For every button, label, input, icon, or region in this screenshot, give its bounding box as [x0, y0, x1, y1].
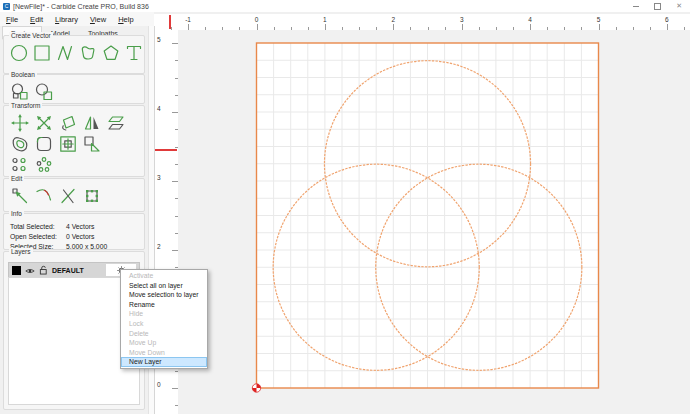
close-path-tool-icon — [82, 186, 102, 206]
grid-array-tool[interactable] — [9, 155, 30, 175]
menu-item-select-all-on-layer[interactable]: Select all on layer — [121, 281, 207, 291]
trim-tool-icon — [34, 186, 54, 206]
layer-color-swatch[interactable] — [12, 266, 21, 275]
create-vector-group: Create Vector — [3, 35, 145, 74]
ruler-label: -1 — [178, 16, 198, 23]
text-tool-icon — [124, 43, 144, 63]
layer-name: DEFAULT — [52, 267, 84, 274]
text-tool[interactable] — [124, 43, 144, 63]
grid-array-tool-icon — [10, 155, 30, 175]
fillet-tool[interactable] — [33, 134, 54, 154]
info-label: Info — [9, 210, 24, 218]
info-row-value: 4 Vectors — [66, 222, 94, 232]
info-row: Open Selected:0 Vectors — [10, 232, 138, 242]
app-icon: C — [3, 3, 10, 10]
layers-label: Layers — [9, 248, 33, 256]
polyline-tool[interactable] — [55, 43, 75, 63]
circle-tool[interactable] — [9, 43, 29, 63]
info-row-label: Open Selected: — [10, 232, 66, 242]
close-button[interactable]: ✕ — [676, 0, 682, 12]
ruler-label: 2 — [383, 16, 403, 23]
polygon-tool[interactable] — [101, 43, 121, 63]
rotate-tool-icon — [58, 113, 78, 133]
ruler-label: 1 — [315, 16, 335, 23]
close-path-tool[interactable] — [81, 186, 102, 206]
grid-lines — [257, 43, 599, 388]
boolean-subtract-tool[interactable] — [33, 82, 54, 102]
menu-item-lock[interactable]: Lock — [121, 319, 207, 329]
node-edit-tool[interactable] — [9, 186, 30, 206]
info-row-label: Total Selected: — [10, 222, 66, 232]
curve-tool-icon — [78, 43, 98, 63]
menu-item-new-layer[interactable]: New Layer — [121, 357, 207, 367]
move-tool[interactable] — [9, 113, 30, 133]
polygon-tool-icon — [101, 43, 121, 63]
align-tool-icon — [58, 134, 78, 154]
offset-tool[interactable] — [9, 134, 30, 154]
shear-tool[interactable] — [105, 113, 126, 133]
title-bar: C [NewFile]* - Carbide Create PRO, Build… — [0, 0, 690, 12]
info-row-value: 0 Vectors — [66, 232, 94, 242]
info-row: Total Selected:4 Vectors — [10, 222, 138, 232]
ruler-label: 6 — [657, 16, 677, 23]
boolean-union-tool-icon — [10, 82, 30, 102]
menu-edit[interactable]: Edit — [24, 15, 49, 24]
ruler-label: 0 — [157, 381, 161, 388]
trim-tool[interactable] — [33, 186, 54, 206]
transform-label: Transform — [9, 102, 42, 110]
window-title: [NewFile]* - Carbide Create PRO, Build 8… — [13, 3, 149, 10]
boolean-label: Boolean — [9, 71, 37, 79]
ruler-label: 4 — [520, 16, 540, 23]
ruler-label: 2 — [157, 243, 161, 250]
info-group: Info Total Selected:4 VectorsOpen Select… — [3, 213, 145, 250]
menu-help[interactable]: Help — [112, 15, 139, 24]
scale-tool[interactable] — [33, 113, 54, 133]
fillet-tool-icon — [34, 134, 54, 154]
curve-tool[interactable] — [78, 43, 98, 63]
edit-group: Edit — [3, 178, 145, 212]
ruler-label: 0 — [247, 16, 267, 23]
ruler-label: 3 — [452, 16, 472, 23]
ruler-label: 5 — [157, 36, 161, 43]
menu-bar: FileEditLibraryViewHelp — [0, 12, 154, 26]
rotate-tool[interactable] — [57, 113, 78, 133]
offset-tool-icon — [10, 134, 30, 154]
maximize-button[interactable] — [654, 3, 661, 10]
rectangle-tool-icon — [32, 43, 52, 63]
origin-marker — [252, 384, 260, 392]
split-tool-icon — [58, 186, 78, 206]
split-tool[interactable] — [57, 186, 78, 206]
boolean-subtract-tool-icon — [34, 82, 54, 102]
edit-label: Edit — [9, 175, 24, 183]
canvas-svg — [178, 30, 690, 414]
ruler-horizontal: -10123456 — [154, 14, 690, 31]
menu-item-delete[interactable]: Delete — [121, 329, 207, 339]
scale-prop-tool[interactable] — [81, 134, 102, 154]
menu-view[interactable]: View — [84, 15, 112, 24]
move-tool-icon — [10, 113, 30, 133]
ruler-label: 4 — [157, 105, 161, 112]
scale-tool-icon — [34, 113, 54, 133]
menu-item-rename[interactable]: Rename — [121, 300, 207, 310]
node-edit-tool-icon — [10, 186, 30, 206]
circular-array-tool[interactable] — [33, 155, 54, 175]
rectangle-tool[interactable] — [32, 43, 52, 63]
align-tool[interactable] — [57, 134, 78, 154]
circle-tool-icon — [9, 43, 29, 63]
menu-item-move-selection-to-layer[interactable]: Move selection to layer — [121, 290, 207, 300]
layer-context-menu: ActivateSelect all on layerMove selectio… — [120, 269, 208, 369]
ruler-cursor-indicator-y — [155, 149, 177, 151]
menu-item-move-up[interactable]: Move Up — [121, 338, 207, 348]
menu-item-hide[interactable]: Hide — [121, 309, 207, 319]
menu-item-activate[interactable]: Activate — [121, 271, 207, 281]
design-canvas[interactable] — [178, 30, 690, 414]
menu-item-move-down[interactable]: Move Down — [121, 348, 207, 358]
menu-library[interactable]: Library — [49, 15, 84, 24]
boolean-union-tool[interactable] — [9, 82, 30, 102]
menu-file[interactable]: File — [0, 15, 24, 24]
minimize-button[interactable] — [633, 6, 639, 7]
flip-tool[interactable] — [81, 113, 102, 133]
transform-group: Transform — [3, 105, 145, 177]
create-vector-label: Create Vector — [9, 32, 53, 40]
ruler-cursor-indicator-x — [169, 15, 171, 29]
